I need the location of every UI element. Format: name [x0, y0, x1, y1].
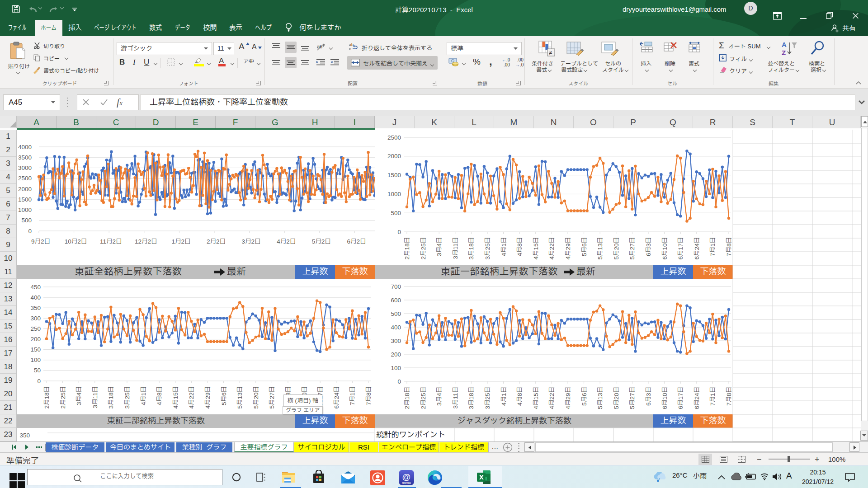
- svg-text:Z: Z: [782, 49, 786, 56]
- svg-text:menu: menu: [402, 481, 411, 485]
- svg-text:A: A: [782, 41, 787, 48]
- svg-text:@: @: [402, 472, 410, 482]
- svg-text:c: c: [349, 47, 351, 51]
- svg-text:≠: ≠: [549, 49, 552, 56]
- svg-text:ab: ab: [317, 44, 322, 49]
